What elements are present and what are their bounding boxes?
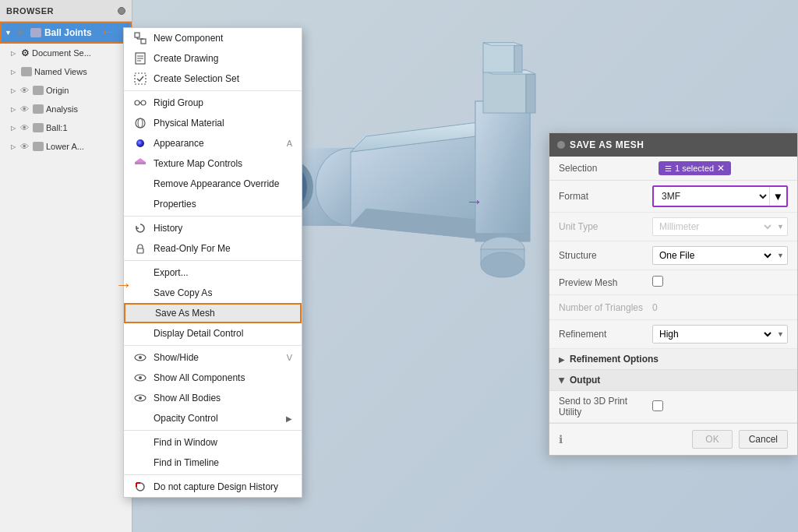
refinement-dropdown[interactable]: Low Medium High Ultra ▼ bbox=[652, 325, 788, 344]
refinement-value-wrapper: Low Medium High Ultra ▼ bbox=[652, 325, 788, 344]
browser-header: BROWSER bbox=[0, 0, 132, 22]
menu-item-properties[interactable]: Properties bbox=[124, 194, 302, 214]
menu-item-find-window[interactable]: Find in Window bbox=[124, 432, 302, 453]
show-hide-shortcut: V bbox=[287, 353, 292, 362]
refinement-label: Refinement bbox=[559, 329, 652, 340]
tree-label-named: Named Views bbox=[34, 67, 87, 76]
find-timeline-icon bbox=[133, 456, 147, 470]
cancel-button[interactable]: Cancel bbox=[739, 430, 788, 449]
rigid-group-label: Rigid Group bbox=[154, 97, 292, 108]
unit-type-select: Millimeter bbox=[653, 220, 774, 233]
tree-item-analysis[interactable]: ▷ 👁 Analysis bbox=[0, 100, 132, 118]
menu-item-history[interactable]: History bbox=[124, 218, 302, 238]
structure-arrow: ▼ bbox=[774, 252, 787, 259]
menu-item-rigid-group[interactable]: Rigid Group bbox=[124, 93, 302, 113]
texture-icon bbox=[133, 157, 147, 171]
ball1-body-icon bbox=[33, 123, 44, 132]
menu-item-save-as-mesh[interactable]: Save As Mesh bbox=[124, 303, 302, 323]
properties-icon bbox=[133, 197, 147, 211]
show-all-bodies-icon bbox=[133, 391, 147, 405]
tree-item-ball1[interactable]: ▷ 👁 Ball:1 bbox=[0, 118, 132, 137]
menu-item-find-timeline[interactable]: Find in Timeline bbox=[124, 453, 302, 473]
svg-point-19 bbox=[139, 356, 142, 359]
format-dropdown-arrow[interactable]: ▼ bbox=[769, 187, 786, 206]
create-drawing-label: Create Drawing bbox=[154, 53, 292, 64]
format-dropdown-wrapper[interactable]: 3MF OBJ STL ▼ bbox=[652, 185, 788, 207]
menu-item-texture[interactable]: Texture Map Controls bbox=[124, 153, 302, 174]
structure-select[interactable]: One File One File Per Body bbox=[653, 249, 774, 262]
output-section-header[interactable]: ▶ Output bbox=[549, 370, 797, 391]
ok-button[interactable]: OK bbox=[692, 430, 732, 449]
num-triangles-label: Number of Triangles bbox=[559, 302, 652, 313]
svg-rect-1 bbox=[141, 39, 146, 44]
format-dropdown[interactable]: 3MF OBJ STL bbox=[654, 187, 769, 206]
browser-panel: BROWSER ▼ 👁 Ball Joints ▷ ⚙ Document Se.… bbox=[0, 0, 132, 532]
readonly-label: Read-Only For Me bbox=[154, 243, 292, 254]
tree-item-origin[interactable]: ▷ 👁 Origin bbox=[0, 81, 132, 100]
preview-mesh-checkbox[interactable] bbox=[652, 276, 663, 287]
show-all-components-label: Show All Components bbox=[154, 372, 292, 383]
menu-item-physical-material[interactable]: Physical Material bbox=[124, 113, 302, 133]
menu-item-show-hide[interactable]: Show/Hide V bbox=[124, 347, 302, 368]
preview-mesh-value bbox=[652, 276, 788, 289]
send-3d-checkbox[interactable] bbox=[652, 400, 663, 411]
rigid-group-icon bbox=[133, 96, 147, 110]
structure-dropdown[interactable]: One File One File Per Body ▼ bbox=[652, 246, 788, 265]
menu-item-create-drawing[interactable]: Create Drawing bbox=[124, 48, 302, 69]
dialog-footer: ℹ OK Cancel bbox=[549, 423, 797, 455]
opacity-icon bbox=[133, 411, 147, 425]
remove-appearance-icon bbox=[133, 177, 147, 191]
tree-item-lower[interactable]: ▷ 👁 Lower A... bbox=[0, 137, 132, 156]
menu-item-display-detail[interactable]: Display Detail Control bbox=[124, 323, 302, 344]
lower-eye-icon: 👁 bbox=[20, 142, 29, 151]
menu-item-opacity[interactable]: Opacity Control ▶ bbox=[124, 408, 302, 428]
format-label: Format bbox=[559, 191, 652, 202]
dialog-title: SAVE AS MESH bbox=[570, 139, 789, 150]
tree-item-doc[interactable]: ▷ ⚙ Document Se... bbox=[0, 44, 132, 62]
menu-item-remove-appearance[interactable]: Remove Appearance Override bbox=[124, 174, 302, 194]
output-section-label: Output bbox=[570, 375, 600, 386]
send-3d-row: Send to 3D Print Utility bbox=[549, 391, 797, 423]
num-triangles-row: Number of Triangles 0 bbox=[549, 295, 797, 320]
selection-badge[interactable]: ☰ 1 selected ✕ bbox=[659, 161, 731, 175]
unit-type-label: Unit Type bbox=[559, 221, 652, 232]
dialog-header-dot bbox=[557, 141, 565, 149]
texture-label: Texture Map Controls bbox=[154, 158, 292, 169]
tree-label-analysis: Analysis bbox=[46, 104, 78, 114]
selection-close-icon[interactable]: ✕ bbox=[717, 163, 725, 174]
dialog-body: Selection ☰ 1 selected ✕ Format 3MF OBJ … bbox=[549, 157, 797, 423]
menu-item-readonly[interactable]: Read-Only For Me bbox=[124, 238, 302, 259]
svg-point-9 bbox=[135, 100, 139, 105]
menu-item-create-selection[interactable]: Create Selection Set bbox=[124, 69, 302, 89]
create-selection-label: Create Selection Set bbox=[154, 73, 292, 84]
menu-item-design-history[interactable]: Do not capture Design History bbox=[124, 477, 302, 497]
svg-rect-15 bbox=[135, 162, 146, 164]
structure-value-wrapper: One File One File Per Body ▼ bbox=[652, 246, 788, 265]
find-window-icon bbox=[133, 435, 147, 449]
menu-item-new-component[interactable]: New Component bbox=[124, 28, 302, 48]
root-folder-icon bbox=[30, 28, 41, 37]
menu-item-appearance[interactable]: Appearance A bbox=[124, 133, 302, 153]
analysis-eye-icon: 👁 bbox=[20, 104, 29, 114]
structure-label: Structure bbox=[559, 250, 652, 261]
svg-marker-42 bbox=[483, 43, 522, 45]
tree-item-named-views[interactable]: ▷ Named Views bbox=[0, 62, 132, 81]
save-as-mesh-dialog: SAVE AS MESH Selection ☰ 1 selected ✕ Fo… bbox=[549, 132, 798, 456]
selection-count-icon: ☰ bbox=[665, 164, 672, 173]
gear-icon: ⚙ bbox=[21, 48, 30, 58]
menu-item-show-all-bodies[interactable]: Show All Bodies bbox=[124, 388, 302, 408]
refinement-options-section[interactable]: ▶ Refinement Options bbox=[549, 349, 797, 370]
create-drawing-icon bbox=[133, 51, 147, 65]
arrow-annotation-menu: → bbox=[115, 275, 132, 295]
physical-material-label: Physical Material bbox=[154, 118, 292, 129]
menu-item-export[interactable]: Export... bbox=[124, 262, 302, 283]
show-hide-icon bbox=[133, 351, 147, 365]
save-as-mesh-label: Save As Mesh bbox=[155, 308, 291, 319]
menu-item-save-copy[interactable]: Save Copy As bbox=[124, 283, 302, 303]
menu-item-show-all-components[interactable]: Show All Components bbox=[124, 368, 302, 388]
refinement-row: Refinement Low Medium High Ultra ▼ bbox=[549, 320, 797, 349]
browser-dot bbox=[118, 7, 125, 15]
tree-arrow-doc: ▷ bbox=[11, 50, 19, 57]
refinement-select[interactable]: Low Medium High Ultra bbox=[653, 328, 774, 340]
remove-appearance-label: Remove Appearance Override bbox=[154, 178, 292, 189]
